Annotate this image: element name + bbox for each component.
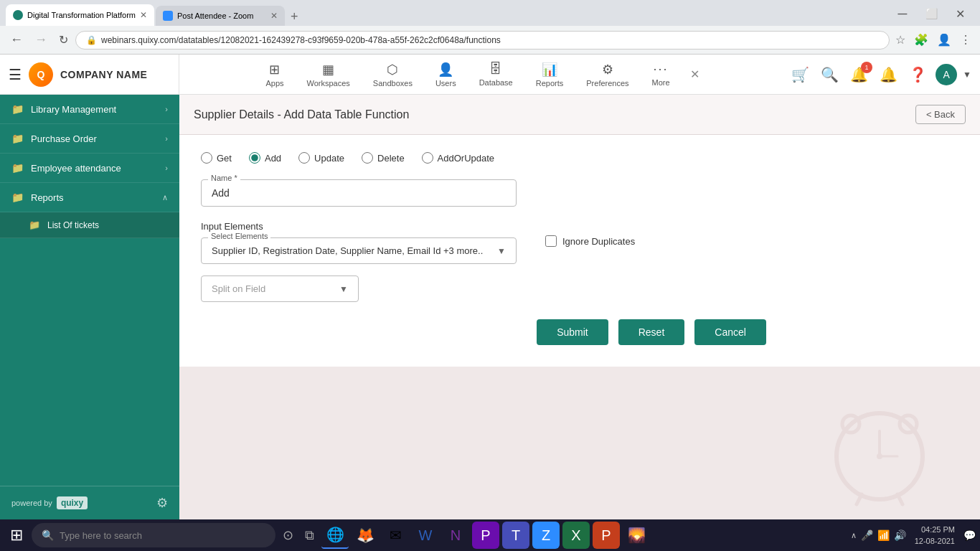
- radio-addorupdate-label: AddOrUpdate: [438, 153, 495, 164]
- cancel-button[interactable]: Cancel: [694, 319, 766, 345]
- name-input[interactable]: [212, 187, 506, 199]
- browser-chrome: Digital Transformation Platform ✕ Post A…: [0, 0, 980, 26]
- tab-2[interactable]: Post Attendee - Zoom ✕: [156, 6, 285, 26]
- name-field-group: Name *: [201, 179, 517, 207]
- nav-more[interactable]: ··· More: [641, 57, 682, 91]
- back-button[interactable]: < Back: [915, 105, 966, 124]
- profile-icon[interactable]: 👤: [934, 30, 954, 50]
- search-button[interactable]: 🔍: [818, 63, 842, 86]
- sandboxes-label: Sandboxes: [373, 79, 413, 88]
- app-nav: ⊞ Apps ▦ Workspaces ⬡ Sandboxes 👤 Users …: [179, 57, 780, 92]
- tab1-close[interactable]: ✕: [140, 10, 147, 20]
- sidebar: 📁 Library Management › 📁 Purchase Order …: [0, 95, 179, 519]
- radio-delete[interactable]: Delete: [362, 152, 405, 164]
- user-avatar-button[interactable]: A: [936, 64, 957, 85]
- hamburger-menu[interactable]: ☰: [9, 66, 22, 83]
- sidebar-sub-item-tickets[interactable]: 📁 List Of tickets: [0, 212, 179, 238]
- maximize-button[interactable]: ⬜: [917, 3, 946, 24]
- nav-reload[interactable]: ↻: [55, 30, 72, 50]
- tray-volume[interactable]: 🔊: [894, 529, 906, 541]
- taskbar-taskview[interactable]: ⧉: [301, 525, 319, 546]
- taskbar-app-teams[interactable]: T: [502, 522, 529, 549]
- taskbar-search[interactable]: 🔍 Type here to search: [32, 523, 275, 547]
- taskbar-app-onenote[interactable]: N: [442, 522, 469, 549]
- sidebar-footer: powered by quixy ⚙: [0, 486, 179, 519]
- radio-delete-label: Delete: [377, 153, 405, 164]
- sidebar-item-purchase[interactable]: 📁 Purchase Order ›: [0, 124, 179, 154]
- ignore-duplicates-label[interactable]: Ignore Duplicates: [545, 235, 635, 247]
- radio-get-label: Get: [217, 153, 232, 164]
- nav-back[interactable]: ←: [6, 29, 27, 50]
- nav-preferences[interactable]: ⚙ Preferences: [575, 57, 640, 92]
- tray-mic[interactable]: 🎤: [861, 529, 873, 541]
- help-button[interactable]: ❓: [906, 63, 930, 86]
- radio-addorupdate[interactable]: AddOrUpdate: [422, 152, 495, 164]
- two-col-section: Input Elements Select Elements Supplier …: [201, 221, 958, 264]
- nav-users[interactable]: 👤 Users: [424, 57, 468, 92]
- taskbar-app-firefox[interactable]: 🦊: [352, 522, 379, 549]
- radio-add[interactable]: Add: [249, 152, 281, 164]
- taskbar-app-ppt[interactable]: P: [593, 522, 620, 549]
- taskbar-app-word[interactable]: W: [412, 522, 439, 549]
- tray-notification[interactable]: 💬: [963, 529, 976, 541]
- bookmark-icon[interactable]: ☆: [892, 30, 908, 50]
- company-name: COMPANY NAME: [60, 69, 147, 80]
- more-label: More: [652, 78, 670, 87]
- folder-icon-purchase: 📁: [11, 133, 24, 144]
- extensions-icon[interactable]: 🧩: [911, 30, 931, 50]
- minimize-button[interactable]: ─: [888, 3, 917, 24]
- taskbar-app-chrome[interactable]: 🌐: [321, 522, 349, 549]
- svg-line-7: [897, 494, 903, 504]
- user-menu-arrow[interactable]: ▼: [963, 70, 971, 80]
- clock-watermark: [822, 395, 937, 512]
- radio-get[interactable]: Get: [201, 152, 232, 164]
- apps-icon: ⊞: [269, 62, 280, 77]
- sidebar-item-employee[interactable]: 📁 Employee attendance ›: [0, 154, 179, 183]
- close-button[interactable]: ✕: [946, 3, 974, 24]
- menu-icon[interactable]: ⋮: [957, 30, 974, 50]
- sidebar-item-reports[interactable]: 📁 Reports ∧: [0, 183, 179, 212]
- page-title: Supplier Details - Add Data Table Functi…: [194, 108, 409, 121]
- select-elements-wrapper[interactable]: Supplier ID, Registration Date, Supplier…: [201, 237, 517, 264]
- notification-badge: 1: [861, 62, 872, 73]
- taskbar-app-purple[interactable]: P: [472, 522, 499, 549]
- new-tab-button[interactable]: +: [286, 9, 303, 24]
- nav-forward[interactable]: →: [30, 29, 52, 50]
- radio-update[interactable]: Update: [298, 152, 344, 164]
- select-elements-value: Supplier ID, Registration Date, Supplier…: [212, 245, 483, 256]
- address-bar[interactable]: 🔒 webinars.quixy.com/datatables/12082021…: [75, 31, 890, 50]
- tab-1[interactable]: Digital Transformation Platform ✕: [6, 4, 154, 26]
- taskbar-clock[interactable]: 04:25 PM 12-08-2021: [910, 524, 959, 547]
- taskbar-app-mail[interactable]: ✉: [382, 522, 409, 549]
- alerts-button[interactable]: 🔔: [877, 63, 900, 86]
- nav-database[interactable]: 🗄 Database: [468, 57, 524, 91]
- start-button[interactable]: ⊞: [4, 523, 29, 547]
- select-dropdown-arrow: ▼: [497, 246, 506, 256]
- taskbar-time: 04:25 PM: [915, 524, 955, 536]
- nav-workspaces[interactable]: ▦ Workspaces: [296, 57, 362, 92]
- nav-close-button[interactable]: ✕: [684, 65, 705, 84]
- nav-reports[interactable]: 📊 Reports: [524, 57, 575, 92]
- nav-sandboxes[interactable]: ⬡ Sandboxes: [362, 57, 424, 92]
- radio-update-label: Update: [314, 153, 344, 164]
- split-field-wrapper[interactable]: Split on Field ▼: [201, 276, 359, 302]
- tab2-close[interactable]: ✕: [270, 11, 278, 21]
- sidebar-item-library[interactable]: 📁 Library Management ›: [0, 95, 179, 124]
- split-field-section: Split on Field ▼: [201, 276, 958, 302]
- tray-arrow[interactable]: ∧: [851, 531, 857, 540]
- folder-icon-employee: 📁: [11, 162, 24, 174]
- submit-button[interactable]: Submit: [537, 319, 608, 345]
- tray-network[interactable]: 📶: [877, 529, 890, 541]
- cart-button[interactable]: 🛒: [788, 63, 812, 86]
- taskbar-app-excel[interactable]: X: [562, 522, 590, 549]
- settings-button[interactable]: ⚙: [156, 495, 168, 511]
- taskbar-cortana[interactable]: ⊙: [278, 524, 298, 546]
- ignore-duplicates-checkbox[interactable]: [545, 235, 557, 247]
- form-container: Get Add Update Delete AddOrUpdate: [179, 135, 980, 367]
- nav-apps[interactable]: ⊞ Apps: [254, 57, 295, 92]
- svg-point-2: [842, 415, 859, 433]
- users-label: Users: [435, 79, 456, 88]
- reset-button[interactable]: Reset: [618, 319, 685, 345]
- taskbar-app-folder[interactable]: 🌄: [623, 522, 650, 549]
- taskbar-app-zoom[interactable]: Z: [532, 522, 560, 549]
